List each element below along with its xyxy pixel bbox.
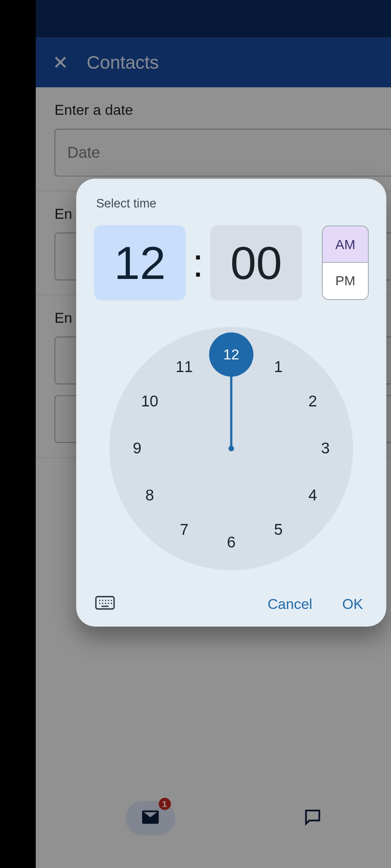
minute-field[interactable]: 00 [210, 225, 302, 300]
time-colon: : [192, 240, 203, 285]
clock-hour-7[interactable]: 7 [162, 508, 206, 552]
clock-hour-3[interactable]: 3 [303, 426, 348, 471]
clock-hour-11[interactable]: 11 [162, 345, 206, 389]
am-button[interactable]: AM [323, 226, 368, 263]
ok-button[interactable]: OK [342, 595, 363, 613]
cancel-button[interactable]: Cancel [267, 595, 312, 613]
time-picker-dialog: Select time 12 : 00 AM PM 12123456789101… [76, 179, 386, 627]
clock-hour-6[interactable]: 6 [209, 520, 253, 565]
clock-hour-8[interactable]: 8 [128, 473, 172, 518]
clock-hour-10[interactable]: 10 [128, 379, 172, 424]
clock-hour-2[interactable]: 2 [291, 379, 335, 424]
clock-hour-4[interactable]: 4 [291, 473, 335, 518]
keyboard-input-icon[interactable] [95, 594, 115, 613]
hour-field[interactable]: 12 [94, 225, 186, 300]
clock-hour-1[interactable]: 1 [256, 345, 300, 389]
clock-hour-5[interactable]: 5 [256, 508, 300, 552]
clock-face[interactable]: 121234567891011 [110, 327, 353, 570]
time-fields: 12 : 00 AM PM [94, 225, 368, 300]
am-pm-toggle: AM PM [322, 226, 369, 300]
clock-center-dot [229, 446, 234, 451]
clock-hour-12[interactable]: 12 [209, 332, 253, 377]
dialog-actions: Cancel OK [94, 594, 368, 613]
clock-hour-9[interactable]: 9 [115, 426, 159, 471]
pm-button[interactable]: PM [323, 263, 368, 299]
dialog-title: Select time [96, 197, 368, 211]
